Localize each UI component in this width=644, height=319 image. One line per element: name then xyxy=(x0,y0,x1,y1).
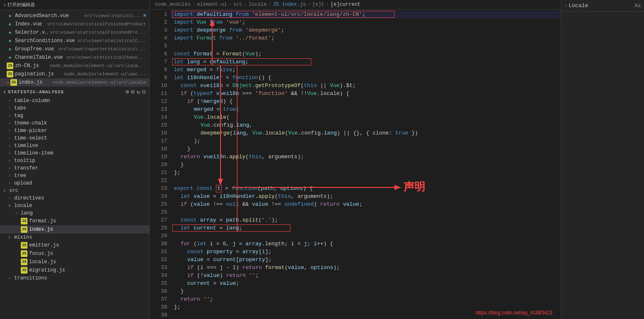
breadcrumb-part: node_modules xyxy=(155,2,191,7)
vue-icon: ◆ xyxy=(7,21,13,27)
breadcrumb-part: [e]t xyxy=(312,2,324,7)
code-line-33: if (i === j - 1) return format(value, op… xyxy=(171,264,561,272)
file-path: src\views\statisti... xyxy=(84,13,142,18)
code-line-29 xyxy=(171,232,561,240)
tree-item-tag[interactable]: › tag xyxy=(0,112,149,120)
code-line-25: if (value !== null && value !== undefine… xyxy=(171,200,561,208)
tree-item-src[interactable]: ∨ src xyxy=(0,187,149,194)
tree-item-tree[interactable]: › tree xyxy=(0,172,149,179)
open-file-pagination[interactable]: JS pagination.js node_modules\element-ui… xyxy=(0,70,149,78)
chevron-right-icon[interactable]: › xyxy=(565,3,567,8)
tree-item-directives[interactable]: › directives xyxy=(0,194,149,202)
collapse-icon[interactable]: ⊟ xyxy=(142,88,146,95)
tree-item-label: tree xyxy=(14,173,149,179)
chevron-right-icon: › xyxy=(8,276,12,281)
tree-item-timeline-item[interactable]: › timeline-item xyxy=(0,150,149,157)
file-name: index.js xyxy=(19,80,51,85)
tree-item-label: mixins xyxy=(14,234,149,240)
refresh-icon[interactable]: ↻ xyxy=(136,88,140,95)
code-line-3: import deepmerge from 'deepmerge'; xyxy=(171,26,561,34)
right-panel-label: Locale xyxy=(569,2,633,9)
separator: › xyxy=(192,2,195,7)
tree-item-label: format.js xyxy=(29,218,149,224)
section-header-statistic[interactable]: ∨ STATISTIC-ANALYSIS ⊕ ⊞ ↻ ⊟ xyxy=(0,87,149,97)
code-line-18: } xyxy=(171,145,561,153)
open-editors-label: 打开的编辑器 xyxy=(7,2,35,8)
tree-item-upload[interactable]: › upload xyxy=(0,179,149,187)
font-icon[interactable]: Aa xyxy=(635,3,641,9)
chevron-right-icon: › xyxy=(8,174,12,178)
code-line-13: merged = true; xyxy=(171,105,561,113)
tree-item-focus[interactable]: JS focus.js xyxy=(0,249,149,258)
section-actions: ⊕ ⊞ ↻ ⊟ xyxy=(126,88,146,95)
code-line-37: return ''; xyxy=(171,295,561,303)
file-path: node_modules\element-ui\src\loca... xyxy=(50,63,146,68)
chevron-right-icon: › xyxy=(8,159,12,163)
chevron-right-icon: › xyxy=(8,121,12,126)
chevron-right-icon: › xyxy=(8,106,12,111)
tree-item-timeline[interactable]: › timeline xyxy=(0,142,149,150)
tree-item-locale-js[interactable]: JS locale.js xyxy=(0,258,149,266)
separator: › xyxy=(268,2,271,7)
open-file-index-js[interactable]: ✕ JS index.js node_modules\element-ui\sr… xyxy=(0,78,149,87)
tree-item-table-column[interactable]: › table-column xyxy=(0,97,149,105)
tree-item-transitions[interactable]: › transitions xyxy=(0,274,149,282)
code-line-20: } xyxy=(171,161,561,169)
new-folder-icon[interactable]: ⊞ xyxy=(131,88,135,95)
tree-item-label: table-column xyxy=(14,98,149,104)
code-content[interactable]: import defaultLang from 'element-ui/src/… xyxy=(171,10,561,319)
file-name: AdvancedSearch.vue xyxy=(15,13,82,19)
tree-item-time-select[interactable]: › time-select xyxy=(0,135,149,142)
open-file-index-vue[interactable]: ◆ Index.vue src\views\statisticalFinishe… xyxy=(0,20,149,28)
line-numbers: 1 2 3 4 5 6 7 8 9 10 11 12 13 14 15 16 1… xyxy=(150,10,171,319)
tree-item-format-js[interactable]: JS format.js xyxy=(0,217,149,225)
tree-item-label: src xyxy=(9,188,149,194)
chevron-down-icon: ∨ xyxy=(3,2,6,7)
modified-badge: M xyxy=(144,14,146,18)
tree-item-transfer[interactable]: › transfer xyxy=(0,164,149,172)
js-icon: JS xyxy=(21,226,27,233)
separator: › xyxy=(326,2,329,7)
open-file-selector[interactable]: ◆ Selector.vue src\views\statisticalFini… xyxy=(0,28,149,37)
tree-item-index-js[interactable]: JS index.js xyxy=(0,225,149,234)
tree-item-label: migrating.js xyxy=(29,267,149,273)
breadcrumb-file: JS index.js xyxy=(273,2,306,7)
tree-item-time-picker[interactable]: › time-picker xyxy=(0,127,149,135)
open-file-zh-cn[interactable]: JS zh-CN.js node_modules\element-ui\src\… xyxy=(0,62,149,70)
new-file-icon[interactable]: ⊕ xyxy=(126,88,129,95)
highlight-t: t xyxy=(216,185,222,192)
code-line-6: const format = Format(Vue); xyxy=(171,50,561,58)
open-file-searchconditions[interactable]: ◆ SearchConditions.vue src\views\statist… xyxy=(0,37,149,45)
tree-item-label: upload xyxy=(14,180,149,186)
tree-item-mixins[interactable]: ∨ mixins xyxy=(0,234,149,241)
code-line-26 xyxy=(171,208,561,216)
chevron-right-icon: › xyxy=(8,114,12,118)
vue-icon: ◆ xyxy=(7,46,13,52)
code-line-15: Vue.config.lang, xyxy=(171,121,561,129)
chevron-right-icon: › xyxy=(8,136,12,141)
open-file-advancedsearch[interactable]: ◆ AdvancedSearch.vue src\views\statisti.… xyxy=(0,12,149,20)
open-file-channeltable[interactable]: ◆ ChannelTable.vue src\views\statistical… xyxy=(0,53,149,62)
tree-item-label: locale xyxy=(14,203,149,209)
tree-item-theme-chalk[interactable]: › theme-chalk xyxy=(0,120,149,127)
tree-item-tooltip[interactable]: › tooltip xyxy=(0,157,149,164)
tree-item-lang[interactable]: › lang xyxy=(0,209,149,217)
code-line-35: current = value; xyxy=(171,279,561,287)
tree-item-label: emitter.js xyxy=(29,242,149,248)
tree-item-emitter[interactable]: JS emitter.js xyxy=(0,241,149,249)
tree-item-tabs[interactable]: › tabs xyxy=(0,105,149,112)
tree-item-migrating[interactable]: JS migrating.js xyxy=(0,266,149,274)
open-files-list: ◆ AdvancedSearch.vue src\views\statisti.… xyxy=(0,10,149,319)
code-line-28: let current = lang; xyxy=(171,224,561,232)
code-line-27: const array = path.split('.'); xyxy=(171,216,561,224)
code-line-36: } xyxy=(171,287,561,295)
close-icon: ✕ xyxy=(7,80,10,85)
chevron-right-icon: › xyxy=(8,99,12,103)
chevron-down-icon: ∨ xyxy=(8,203,12,208)
open-file-grouptree[interactable]: ◆ GroupTree.vue src\views\reporterStatis… xyxy=(0,45,149,53)
chevron-right-icon: › xyxy=(8,129,12,133)
code-line-34: if (!value) return ''; xyxy=(171,272,561,279)
open-editors-header: ∨ 打开的编辑器 xyxy=(0,0,149,10)
tree-item-locale[interactable]: ∨ locale xyxy=(0,202,149,209)
breadcrumb: node_modules › element-ui › src › locale… xyxy=(150,0,561,10)
